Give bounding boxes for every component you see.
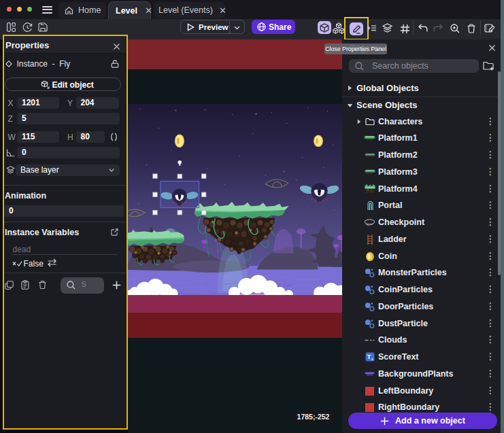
svg-text:T: T xyxy=(367,353,371,360)
